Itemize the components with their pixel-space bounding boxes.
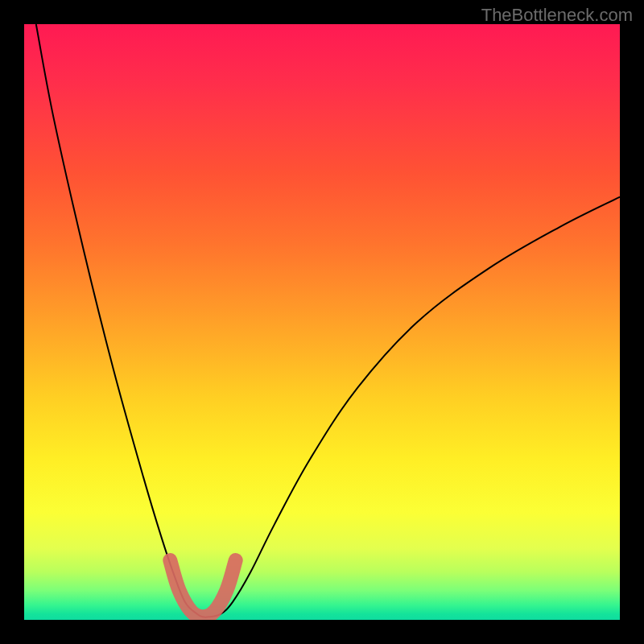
curve-svg: [24, 24, 620, 620]
optimal-range-marker: [170, 560, 235, 617]
plot-area: [24, 24, 620, 620]
bottleneck-curve: [36, 24, 620, 617]
chart-stage: TheBottleneck.com: [0, 0, 644, 644]
watermark-text: TheBottleneck.com: [481, 5, 633, 26]
